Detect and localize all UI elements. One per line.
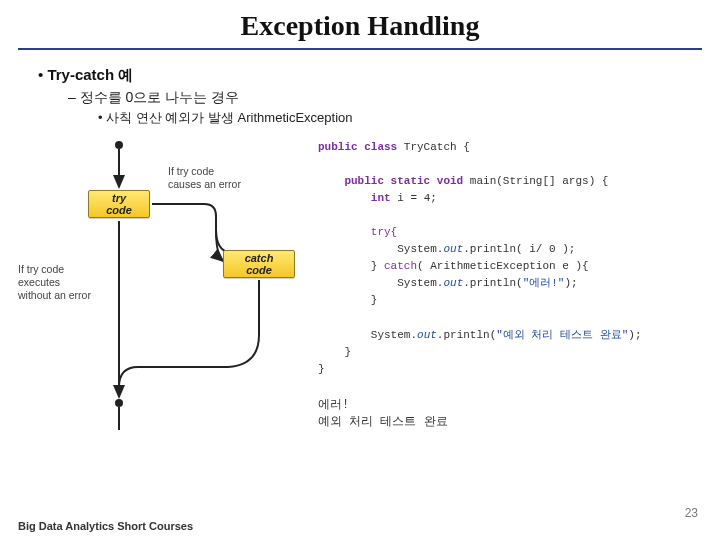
bullet-level-2: 정수를 0으로 나누는 경우: [68, 89, 702, 107]
code-listing: public class TryCatch { public static vo…: [318, 135, 702, 378]
error-path-label: If try codecauses an error: [168, 165, 241, 191]
program-output: 에러! 예외 처리 테스트 완료: [318, 396, 702, 430]
try-code-block: try code: [88, 190, 150, 218]
footer-text: Big Data Analytics Short Courses: [18, 520, 193, 532]
page-number: 23: [685, 506, 698, 520]
bullet-level-1: Try-catch 예: [38, 66, 702, 85]
page-title: Exception Handling: [18, 0, 702, 50]
code-column: public class TryCatch { public static vo…: [318, 135, 702, 435]
svg-point-0: [115, 141, 123, 149]
bullet-list: Try-catch 예 정수를 0으로 나누는 경우 사칙 연산 예외가 발생 …: [0, 50, 720, 127]
flowchart: try code catch code If try codecauses an…: [18, 135, 308, 435]
noerror-path-label: If try code executeswithout an error: [18, 263, 108, 302]
svg-point-4: [115, 399, 123, 407]
bullet-level-3: 사칙 연산 예외가 발생 ArithmeticException: [98, 109, 702, 127]
catch-code-block: catch code: [223, 250, 295, 278]
